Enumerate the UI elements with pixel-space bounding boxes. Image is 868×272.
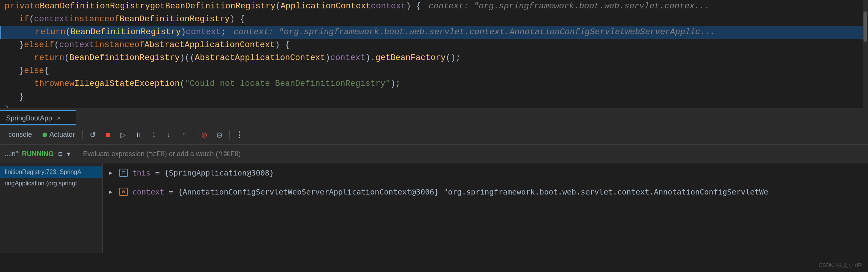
token-p1: ( xyxy=(29,13,34,26)
token-return1: return xyxy=(35,26,65,39)
token-p5: ( xyxy=(180,77,185,90)
code-line-7: throw new IllegalStateException ( "Could… xyxy=(0,77,868,90)
btn-resume[interactable]: ▷ xyxy=(116,128,130,142)
status-separator xyxy=(75,149,75,158)
token-cast2-end: ) xyxy=(325,52,330,65)
tab-label: SpringBootApp xyxy=(6,114,52,122)
token-close: ) { xyxy=(406,0,421,13)
token-semi2: (); xyxy=(446,52,461,65)
code-lines-container: private BeanDefinitionRegistry getBeanDe… xyxy=(0,0,868,108)
token-cast-bdr: BeanDefinitionRegistry xyxy=(70,26,181,39)
token-semi3: ); xyxy=(390,77,400,90)
frame-text-1: finitionRegistry:723, SpringA xyxy=(5,169,81,175)
token-new: new xyxy=(59,77,74,90)
debug-variables-panel: ▶ = this = {SpringApplication@3008} ▶ ⊙ … xyxy=(103,163,868,253)
token-param-ctx: context xyxy=(371,0,406,13)
tab-close-icon[interactable]: ✕ xyxy=(57,115,61,121)
toolbar-separator-2 xyxy=(194,130,194,139)
scrollbar-thumb[interactable] xyxy=(863,11,867,42)
token-private: private xyxy=(5,0,40,13)
actuator-label: Actuator xyxy=(49,131,75,139)
var-this-icon: = xyxy=(119,169,128,177)
running-badge: RUNNING xyxy=(22,150,54,158)
var-this-equals: = xyxy=(155,168,160,177)
var-this-name: this xyxy=(132,168,150,177)
btn-mute-breakpoints[interactable]: ⊘ xyxy=(197,128,211,142)
token-else2: else xyxy=(24,65,44,77)
frame-text-2: ringApplication (org.springf xyxy=(5,180,77,187)
token-p3: ( xyxy=(54,39,59,52)
dropdown-button[interactable]: ▾ xyxy=(67,150,70,158)
tab-progress-bar xyxy=(0,124,76,125)
token-brace1: } xyxy=(19,39,24,52)
code-line-3: return ( BeanDefinitionRegistry ) contex… xyxy=(0,26,868,39)
btn-stop[interactable]: ■ xyxy=(101,128,115,142)
token-brace2: } xyxy=(19,65,24,77)
token-instanceof2: instanceof xyxy=(94,39,144,52)
actuator-dot-icon xyxy=(43,133,47,137)
code-line-1: private BeanDefinitionRegistry getBeanDe… xyxy=(0,0,868,13)
btn-step-over[interactable]: ⤵ xyxy=(147,128,160,142)
btn-more[interactable]: ⋮ xyxy=(233,128,246,142)
token-ctx3: context xyxy=(186,26,221,39)
toolbar-separator-1 xyxy=(82,130,83,139)
var-context-name: context xyxy=(132,187,164,196)
token-return2: return xyxy=(34,52,64,65)
token-if2: if xyxy=(44,39,54,52)
filter-icon[interactable]: ⊟ xyxy=(58,150,62,158)
token-ise: IllegalStateException xyxy=(74,77,180,90)
code-line-6: } else { xyxy=(0,65,868,77)
token-p2: ) { xyxy=(230,13,245,26)
code-line-8: } xyxy=(0,90,868,103)
btn-pause[interactable]: ⏸ xyxy=(131,128,145,142)
debug-var-this: ▶ = this = {SpringApplication@3008} xyxy=(103,163,868,182)
token-cast-close: ) xyxy=(181,26,186,39)
token-semi1: ; xyxy=(221,26,226,39)
token-if: if xyxy=(19,13,29,26)
debug-frame-item-1[interactable]: finitionRegistry:723, SpringA xyxy=(0,166,102,178)
app-status-text: ...in": xyxy=(5,150,22,158)
expand-context-arrow[interactable]: ▶ xyxy=(109,188,115,196)
status-bar: ...in": RUNNING ⊟ ▾ Evaluate expression … xyxy=(0,144,868,163)
btn-step-into[interactable]: ↓ xyxy=(162,128,176,142)
app-status: ...in": RUNNING xyxy=(5,150,54,158)
watermark: CSDN©主走小 dR xyxy=(819,262,862,269)
token-gbf: getBeanFactory xyxy=(375,52,446,65)
token-throw: throw xyxy=(34,77,59,90)
token-cast-open: ( xyxy=(65,26,70,39)
code-scrollbar[interactable] xyxy=(863,0,868,108)
btn-step-out[interactable]: ↑ xyxy=(177,128,191,142)
toolbar-separator-3 xyxy=(229,130,230,139)
code-editor: private BeanDefinitionRegistry getBeanDe… xyxy=(0,0,868,108)
btn-clear-breakpoints[interactable]: ⊖ xyxy=(212,128,226,142)
token-else1: else xyxy=(24,39,44,52)
token-brace3: { xyxy=(44,65,49,77)
code-line-5: return ( BeanDefinitionRegistry )(( Abst… xyxy=(0,52,868,65)
var-context-value: {AnnotationConfigServletWebServerApplica… xyxy=(178,187,862,196)
token-aac: AbstractApplicationContext xyxy=(144,39,275,52)
token-ctx5: context xyxy=(330,52,365,65)
token-ctx4: context xyxy=(59,39,94,52)
inline-hint-1: context: "org.springframework.boot.web.s… xyxy=(429,0,710,13)
code-line-9: } xyxy=(0,103,868,108)
expand-this-arrow[interactable]: ▶ xyxy=(109,169,115,177)
inline-hint-3: context: "org.springframework.boot.web.s… xyxy=(234,26,715,39)
debug-frames-list: finitionRegistry:723, SpringA ringApplic… xyxy=(0,163,103,253)
btn-refresh[interactable]: ↺ xyxy=(86,128,100,142)
debug-frame-item-2[interactable]: ringApplication (org.springf xyxy=(0,178,102,189)
token-instanceof: instanceof xyxy=(69,13,119,26)
evaluate-expression-hint[interactable]: Evaluate expression (⌥F8) or add a watch… xyxy=(80,150,863,158)
token-p4: ) { xyxy=(275,39,290,52)
tab-springbootapp[interactable]: SpringBootApp ✕ xyxy=(0,110,76,125)
tab-bar: SpringBootApp ✕ xyxy=(0,108,868,125)
console-tab[interactable]: console xyxy=(4,131,36,139)
toolbar: console Actuator ↺ ■ ▷ ⏸ ⤵ ↓ ↑ ⊘ ⊖ ⋮ xyxy=(0,125,868,144)
token-ctx2: context xyxy=(34,13,69,26)
var-context-equals: = xyxy=(169,187,173,196)
actuator-tab[interactable]: Actuator xyxy=(38,131,79,139)
token-cast2-aac: AbstractApplicationContext xyxy=(195,52,325,65)
var-context-icon: ⊙ xyxy=(119,188,128,196)
token-cast2-o: ( xyxy=(64,52,69,65)
token-cast2-bdr: BeanDefinitionRegistry xyxy=(69,52,179,65)
token-bdr2: BeanDefinitionRegistry xyxy=(119,13,230,26)
